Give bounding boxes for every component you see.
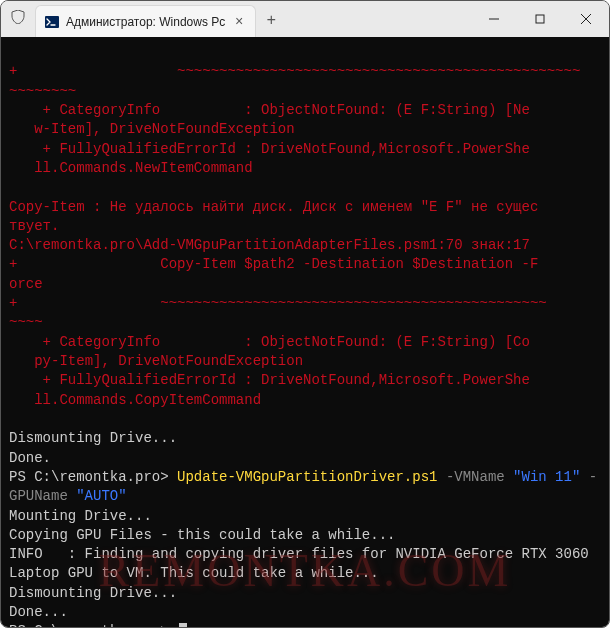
minimize-button[interactable] [471,1,517,37]
active-tab[interactable]: Администратор: Windows Pc × [35,5,256,37]
powershell-icon [44,14,60,30]
tab-close-button[interactable]: × [231,14,247,30]
error-line: + CategoryInfo : ObjectNotFound: (E F:St… [9,334,530,350]
maximize-button[interactable] [517,1,563,37]
error-line: + CategoryInfo : ObjectNotFound: (E F:St… [9,102,530,118]
error-line: + ~~~~~~~~~~~~~~~~~~~~~~~~~~~~~~~~~~~~~~… [9,295,547,311]
svg-rect-0 [45,16,59,28]
output-line: Dismounting Drive... [9,585,177,601]
titlebar-drag-area[interactable] [286,1,471,37]
error-line: ll.Commands.NewItemCommand [9,160,253,176]
error-line: ~~~~ [9,314,43,330]
close-window-button[interactable] [563,1,609,37]
error-line: C:\remontka.pro\Add-VMGpuPartitionAdapte… [9,237,530,253]
terminal-output[interactable]: + ~~~~~~~~~~~~~~~~~~~~~~~~~~~~~~~~~~~~~~… [1,37,609,627]
admin-shield-area [1,1,35,37]
cursor [179,623,187,627]
app-window: Администратор: Windows Pc × + + ~~~~~~~~… [0,0,610,628]
error-line: + FullyQualifiedErrorId : DriveNotFound,… [9,372,530,388]
output-line: Dismounting Drive... [9,430,177,446]
error-line: твует. [9,218,59,234]
window-controls [471,1,609,37]
command-name: Update-VMGpuPartitionDriver.ps1 [177,469,437,485]
new-tab-button[interactable]: + [256,5,286,37]
command-value: "AUTO" [76,488,126,504]
svg-rect-2 [536,15,544,23]
output-line: Copying GPU Files - this could take a wh… [9,527,395,543]
output-line: INFO : Finding and copying driver files … [9,546,597,581]
error-line: ~~~~~~~~ [9,83,76,99]
error-line: Copy-Item : Не удалось найти диск. Диск … [9,199,538,215]
tab-title: Администратор: Windows Pc [66,15,225,29]
error-line: + FullyQualifiedErrorId : DriveNotFound,… [9,141,530,157]
prompt: PS C:\remontka.pro> [9,469,177,485]
output-line: Done. [9,450,51,466]
shield-icon [11,10,25,29]
command-param: -VMName [437,469,513,485]
command-value: "Win 11" [513,469,580,485]
titlebar: Администратор: Windows Pc × + [1,1,609,37]
error-line: w-Item], DriveNotFoundException [9,121,295,137]
prompt: PS C:\remontka.pro> [9,623,177,627]
error-line: + Copy-Item $path2 -Destination $Destina… [9,256,538,272]
error-line: py-Item], DriveNotFoundException [9,353,303,369]
error-line: ll.Commands.CopyItemCommand [9,392,261,408]
error-line: orce [9,276,43,292]
output-line: Done... [9,604,68,620]
error-line: + ~~~~~~~~~~~~~~~~~~~~~~~~~~~~~~~~~~~~~~… [9,63,580,79]
output-line: Mounting Drive... [9,508,152,524]
